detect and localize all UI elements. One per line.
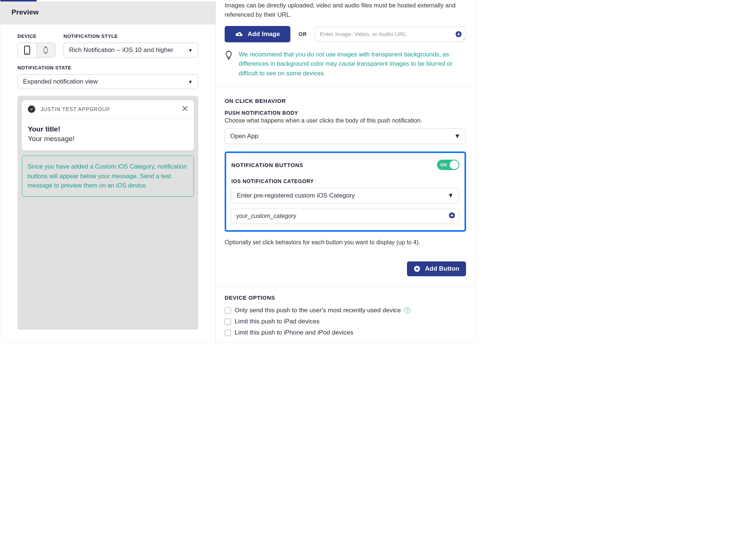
add-image-label: Add Image xyxy=(248,30,280,38)
media-description: Images can be directly uploaded; video a… xyxy=(225,0,466,19)
device-option-recent-label: Only send this push to the user's most r… xyxy=(235,307,401,314)
media-tip-text: We recommend that you do not use images … xyxy=(239,50,466,78)
notif-state-select[interactable]: Expanded notification view ▼ xyxy=(17,74,198,89)
device-phone-button[interactable] xyxy=(18,43,36,57)
device-option-iphone-label: Limit this push to iPhone and iPod devic… xyxy=(235,329,353,336)
media-url-placeholder: Enter Image, Video, or Audio URL xyxy=(320,31,406,38)
toggle-knob xyxy=(450,160,459,169)
device-label: DEVICE xyxy=(17,33,55,39)
or-text: OR xyxy=(299,31,307,37)
notification-card: JUSTIN TEST APPGROUP Your title! Your me… xyxy=(22,100,194,150)
push-body-label: PUSH NOTIFICATION BODY xyxy=(225,110,466,116)
add-image-button[interactable]: Add Image xyxy=(225,26,290,42)
onclick-body-select[interactable]: Open App ▼ xyxy=(225,128,466,144)
ios-category-select[interactable]: Enter pre-registered custom iOS Category… xyxy=(231,188,459,203)
caret-down-icon: ▼ xyxy=(454,133,460,140)
close-icon[interactable] xyxy=(182,105,188,113)
push-body-desc: Choose what happens when a user clicks t… xyxy=(225,117,466,124)
svg-rect-4 xyxy=(45,53,47,54)
resize-handle-icon xyxy=(461,37,465,40)
media-url-input[interactable]: Enter Image, Video, or Audio URL xyxy=(315,27,466,42)
ios-category-input[interactable]: your_custom_category xyxy=(231,209,459,224)
notif-buttons-toggle[interactable]: ON xyxy=(437,160,459,170)
device-option-ipad-label: Limit this push to iPad devices xyxy=(235,318,320,325)
checkbox[interactable] xyxy=(225,319,231,325)
buttons-opt-desc: Optionally set click behaviors for each … xyxy=(225,239,466,246)
device-option-ipad[interactable]: Limit this push to iPad devices xyxy=(225,318,466,325)
help-icon[interactable]: ? xyxy=(404,307,410,313)
onclick-section-title: ON CLICK BEHAVIOR xyxy=(225,98,466,104)
svg-point-1 xyxy=(26,53,27,54)
checkbox[interactable] xyxy=(225,330,231,336)
toggle-on-text: ON xyxy=(440,163,447,167)
notification-buttons-panel: NOTIFICATION BUTTONS ON IOS NOTIFICATION… xyxy=(225,151,466,232)
ios-category-input-value: your_custom_category xyxy=(236,213,296,219)
caret-down-icon: ▼ xyxy=(188,48,193,53)
notif-buttons-title: NOTIFICATION BUTTONS xyxy=(231,162,303,168)
notif-message-text: Your message! xyxy=(28,135,188,143)
add-button-label: Add Button xyxy=(425,265,459,273)
device-toggle-group xyxy=(17,43,55,58)
cloud-upload-icon xyxy=(235,31,243,37)
plus-circle-icon[interactable] xyxy=(449,212,455,220)
app-icon xyxy=(28,105,35,113)
notif-state-label: NOTIFICATION STATE xyxy=(17,65,198,71)
device-options-title: DEVICE OPTIONS xyxy=(225,294,466,301)
preview-pane: JUSTIN TEST APPGROUP Your title! Your me… xyxy=(17,96,198,330)
notif-style-label: NOTIFICATION STYLE xyxy=(63,33,198,39)
notif-title-text: Your title! xyxy=(28,125,188,133)
device-option-iphone[interactable]: Limit this push to iPhone and iPod devic… xyxy=(225,329,466,336)
info-box: Since you have added a Custom iOS Catego… xyxy=(22,156,194,197)
notif-style-value: Rich Notification -- iOS 10 and higher xyxy=(69,46,173,54)
ios-category-label: IOS NOTIFICATION CATEGORY xyxy=(231,178,459,184)
add-button-button[interactable]: Add Button xyxy=(407,261,466,276)
plus-circle-icon xyxy=(414,265,420,272)
checkbox[interactable] xyxy=(225,307,231,314)
ios-category-select-value: Enter pre-registered custom iOS Category xyxy=(237,192,355,199)
notif-state-value: Expanded notification view xyxy=(23,78,98,85)
notif-style-select[interactable]: Rich Notification -- iOS 10 and higher ▼ xyxy=(63,43,198,58)
device-option-recent[interactable]: Only send this push to the user's most r… xyxy=(225,307,466,314)
caret-down-icon: ▼ xyxy=(188,79,193,85)
app-name: JUSTIN TEST APPGROUP xyxy=(40,106,182,112)
lightbulb-icon xyxy=(225,50,233,78)
svg-rect-3 xyxy=(45,46,47,48)
preview-heading: Preview xyxy=(0,1,215,25)
watch-icon xyxy=(43,46,49,54)
caret-down-icon: ▼ xyxy=(447,192,454,199)
device-watch-button[interactable] xyxy=(36,43,55,57)
svg-rect-2 xyxy=(44,48,48,52)
phone-icon xyxy=(24,46,30,55)
onclick-body-value: Open App xyxy=(230,133,258,140)
